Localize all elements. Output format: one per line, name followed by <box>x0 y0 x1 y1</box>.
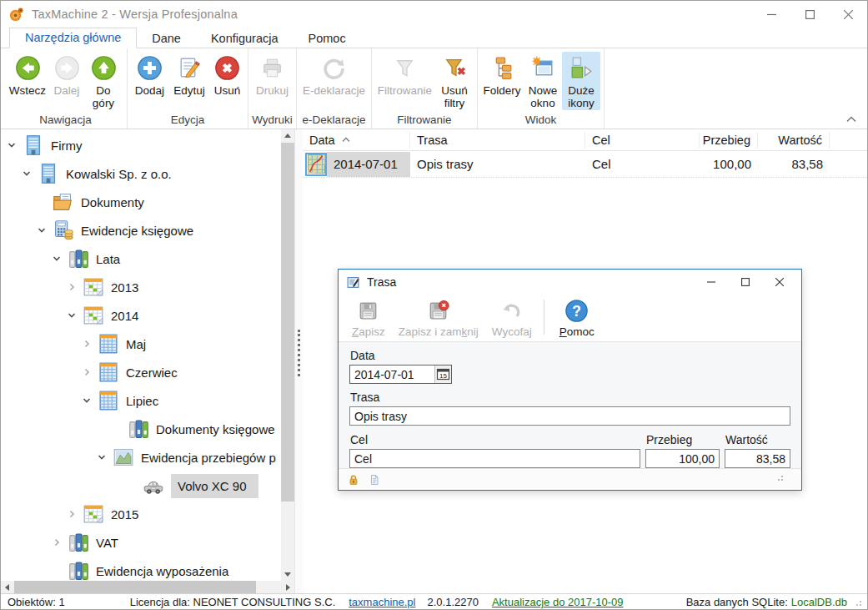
group-label-widok: Widok <box>480 113 601 128</box>
chevron-right-icon[interactable] <box>79 338 94 350</box>
tree-item-2014[interactable]: 2014 <box>1 301 281 330</box>
resize-grip-icon[interactable] <box>775 473 789 486</box>
chevron-right-icon[interactable] <box>64 281 79 293</box>
column-header-cel[interactable]: Cel <box>585 132 700 149</box>
tree-item-ewidencje-ksiegowe[interactable]: Ewidencje księgowe <box>1 216 281 245</box>
tree-item-lipiec[interactable]: Lipiec <box>1 386 281 415</box>
tree-item-2013[interactable]: 2013 <box>1 273 281 301</box>
tree-item-2015[interactable]: 2015 <box>1 500 281 528</box>
cel-field-label: Cel <box>350 433 640 446</box>
tree-item-dokumenty[interactable]: Dokumenty <box>1 188 281 216</box>
zapisz-button[interactable]: Zapisz <box>345 295 392 341</box>
chevron-down-icon[interactable] <box>49 253 64 265</box>
column-header-trasa[interactable]: Trasa <box>410 132 585 149</box>
wstecz-button[interactable]: Wstecz <box>7 52 48 110</box>
pomoc-button[interactable]: Pomoc <box>553 295 601 341</box>
tab-konfiguracja[interactable]: Konfiguracja <box>196 29 294 48</box>
tab-pomoc[interactable]: Pomoc <box>294 29 361 48</box>
chevron-right-icon[interactable] <box>49 537 64 548</box>
new-window-icon <box>529 54 557 82</box>
chevron-down-icon[interactable] <box>34 224 49 236</box>
app-logo-icon <box>8 7 24 23</box>
cel-field[interactable] <box>349 449 640 468</box>
chevron-down-icon[interactable] <box>19 168 34 179</box>
tree-item-kowalski[interactable]: Kowalski Sp. z o.o. <box>1 159 281 188</box>
do-gory-button[interactable]: Do góry <box>85 52 122 110</box>
e-deklaracje-button[interactable]: E-deklaracje <box>299 52 369 110</box>
dodaj-button[interactable]: Dodaj <box>130 52 169 110</box>
tree-item-vat[interactable]: VAT <box>1 528 281 557</box>
dialog-close-button[interactable] <box>762 271 796 293</box>
chevron-right-icon[interactable] <box>79 366 94 378</box>
ribbon-collapse-button[interactable] <box>844 113 859 125</box>
splitter-grip-icon <box>298 330 300 376</box>
scroll-right-arrow[interactable] <box>282 581 294 593</box>
tree-item-dokumenty-ksiegowe[interactable]: Dokumenty księgowe <box>1 415 281 443</box>
taxmachine-link[interactable]: taxmachine.pl <box>349 596 415 608</box>
scroll-up-arrow[interactable] <box>281 129 294 142</box>
scrollbar-thumb[interactable] <box>14 581 256 593</box>
tree-item-ewidencja-przebiegow[interactable]: Ewidencja przebiegów p <box>1 443 281 471</box>
version-text: 2.0.1.2270 <box>427 596 478 608</box>
data-field[interactable]: 2014-07-01 <box>349 365 452 384</box>
chevron-down-icon[interactable] <box>64 310 79 321</box>
maximize-button[interactable] <box>790 1 829 28</box>
ribbon-group-wydruki: Drukuj Wydruki <box>248 48 297 129</box>
minimize-button[interactable] <box>752 1 790 28</box>
zapisz-i-zamknij-button[interactable]: Zapisz i zamknij <box>392 295 485 341</box>
lock-icon <box>347 473 360 486</box>
tree-vertical-scrollbar[interactable] <box>281 129 294 581</box>
chevron-down-icon[interactable] <box>94 451 109 463</box>
column-header-data[interactable]: Data <box>303 132 410 149</box>
document-icon[interactable] <box>368 473 381 486</box>
tree-item-firmy[interactable]: Firmy <box>1 131 281 159</box>
updates-link[interactable]: Aktualizacje do 2017-10-09 <box>492 596 624 608</box>
przebieg-field[interactable] <box>645 449 720 468</box>
resize-grip-icon[interactable] <box>854 598 862 607</box>
cell-przebieg: 100,00 <box>700 151 758 178</box>
close-button[interactable] <box>829 1 867 28</box>
tree-item-volvo-xc90[interactable]: Volvo XC 90 <box>1 471 281 500</box>
date-picker-button[interactable] <box>434 365 451 383</box>
trasa-field[interactable] <box>349 406 790 426</box>
group-label-edeklaracje: e-Deklaracje <box>299 113 369 128</box>
edytuj-button[interactable]: Edytuj <box>169 52 210 110</box>
date-value[interactable]: 2014-07-01 <box>350 368 434 381</box>
tree-item-maj[interactable]: Maj <box>1 330 281 358</box>
save-icon <box>355 298 381 324</box>
filtrowanie-button[interactable]: Filtrowanie <box>374 52 435 110</box>
back-icon <box>14 54 42 82</box>
title-bar: TaxMachine 2 - Wersja Profesjonalna <box>1 1 867 28</box>
chevron-down-icon[interactable] <box>4 139 19 151</box>
scroll-down-arrow[interactable] <box>281 568 294 581</box>
binders-icon <box>66 530 91 555</box>
dialog-maximize-button[interactable] <box>728 271 762 293</box>
foldery-button[interactable]: Foldery <box>480 52 524 110</box>
wartosc-field[interactable] <box>725 449 790 468</box>
drukuj-button[interactable]: Drukuj <box>251 52 294 110</box>
wycofaj-button[interactable]: Wycofaj <box>485 295 539 341</box>
ribbon-group-nawigacja: Wstecz Dalej Do góry Nawigacja <box>4 48 128 129</box>
tab-dane[interactable]: Dane <box>137 29 196 48</box>
column-header-przebieg[interactable]: Przebieg <box>700 132 758 149</box>
tree-horizontal-scrollbar[interactable] <box>1 581 294 593</box>
dalej-button[interactable]: Dalej <box>48 52 85 110</box>
table-row[interactable]: 2014-07-01 Opis trasy Cel 100,00 83,58 <box>303 151 867 178</box>
scrollbar-thumb[interactable] <box>281 143 294 502</box>
chevron-right-icon[interactable] <box>64 508 79 520</box>
usun-button[interactable]: Usuń <box>209 52 245 110</box>
duze-ikony-button[interactable]: Duże ikony <box>562 52 600 110</box>
usun-filtry-button[interactable]: Usuń filtry <box>435 52 474 110</box>
tab-narzedzia-glowne[interactable]: Narzędzia główne <box>9 28 137 48</box>
nowe-okno-button[interactable]: Nowe okno <box>524 52 562 110</box>
database-label: Baza danych SQLite: <box>686 596 788 608</box>
pane-splitter[interactable] <box>294 129 303 593</box>
column-header-wartosc[interactable]: Wartość <box>758 132 830 149</box>
scroll-left-arrow[interactable] <box>1 581 13 593</box>
tree-item-czerwiec[interactable]: Czerwiec <box>1 358 281 386</box>
data-field-label: Data <box>350 349 790 362</box>
chevron-down-icon[interactable] <box>79 395 94 406</box>
cell-data: 2014-07-01 <box>327 152 410 177</box>
tree-item-lata[interactable]: Lata <box>1 245 281 273</box>
dialog-minimize-button[interactable] <box>694 271 728 293</box>
